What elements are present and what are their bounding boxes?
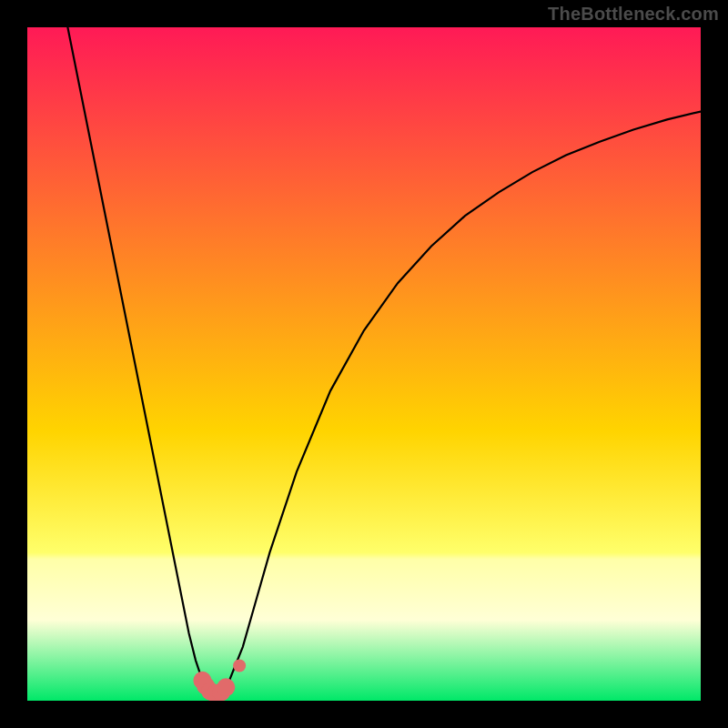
gradient-background [27, 27, 701, 701]
watermark-text: TheBottleneck.com [548, 4, 719, 25]
marker-dot [233, 660, 246, 672]
chart-svg [27, 27, 701, 701]
marker-dot [217, 678, 235, 696]
chart-frame: TheBottleneck.com [0, 0, 728, 728]
plot-area [27, 27, 701, 701]
